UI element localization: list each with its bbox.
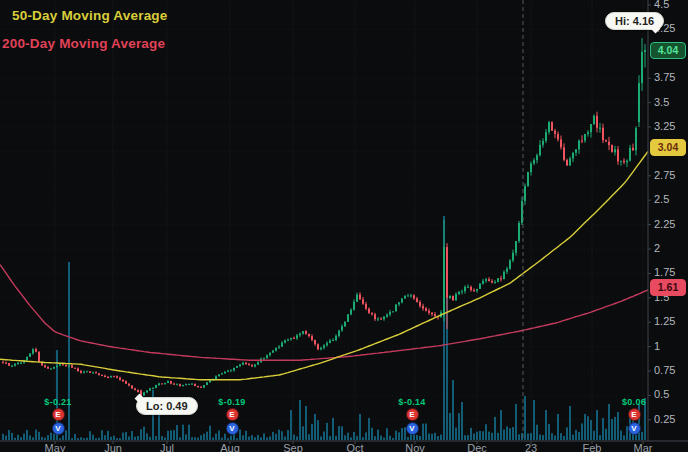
volume-event-icon[interactable]: V	[406, 422, 419, 435]
eps-value-label: $-0.21	[44, 397, 71, 407]
price-axis-tick-label: 2	[654, 242, 688, 255]
candlesticks	[2, 38, 646, 396]
high-price-label: Hi: 4.16	[615, 15, 654, 27]
price-axis-tick-label: 0.75	[654, 364, 688, 377]
eps-value-label: $-0.14	[398, 397, 425, 407]
price-axis-tick-label: 2.25	[654, 218, 688, 231]
ma200-legend-label: 200-Day Moving Average	[2, 36, 165, 51]
high-price-tooltip: Hi: 4.16	[605, 12, 664, 30]
event-marker-group: $-0.19EV	[200, 397, 264, 435]
time-axis-label-may: May	[35, 442, 75, 452]
volume-event-icon[interactable]: V	[628, 422, 641, 435]
volume-event-icon[interactable]: V	[226, 422, 239, 435]
price-axis-tick-label: 3.75	[654, 71, 688, 84]
stock-chart-window: 50-Day Moving Average 200-Day Moving Ave…	[0, 0, 688, 452]
time-axis-label-oct: Oct	[335, 442, 375, 452]
price-axis-tick-label: 1.75	[654, 266, 688, 279]
eps-value-label: $0.06	[622, 397, 646, 407]
price-axis-tick-label: 1.25	[654, 315, 688, 328]
eps-value-label: $-0.19	[218, 397, 245, 407]
ma50-legend-label: 50-Day Moving Average	[12, 8, 168, 23]
volume-bars	[2, 216, 646, 440]
grid-lines	[0, 0, 648, 441]
last-price-badge: 4.04	[650, 42, 686, 59]
earnings-event-icon[interactable]: E	[628, 408, 641, 421]
event-marker-group: $-0.21EV	[26, 397, 90, 435]
time-axis-label-jul: Jul	[147, 442, 187, 452]
time-axis-label-jun: Jun	[93, 442, 133, 452]
event-marker-group: $0.06EV	[602, 397, 666, 435]
earnings-event-icon[interactable]: E	[52, 408, 65, 421]
event-marker-group: $-0.14EV	[380, 397, 444, 435]
time-axis-label-feb: Feb	[572, 442, 612, 452]
price-chart-canvas[interactable]	[0, 0, 688, 452]
low-price-tooltip: Lo: 0.49	[136, 397, 198, 415]
earnings-event-icon[interactable]: E	[406, 408, 419, 421]
time-axis-label-nov: Nov	[395, 442, 435, 452]
earnings-event-icon[interactable]: E	[226, 408, 239, 421]
price-axis-tick-label: 4.5	[654, 0, 688, 11]
low-price-label: Lo: 0.49	[146, 400, 188, 412]
price-axis-tick-label: 3.25	[654, 120, 688, 133]
time-axis-label-aug: Aug	[210, 442, 250, 452]
volume-event-icon[interactable]: V	[52, 422, 65, 435]
price-axis-tick-label: 2.75	[654, 169, 688, 182]
time-axis-label-23: 23	[511, 442, 551, 452]
price-axis-tick-label: 3.5	[654, 96, 688, 109]
ma50-badge: 3.04	[650, 139, 686, 156]
time-axis-label-dec: Dec	[457, 442, 497, 452]
time-axis-label-mar: Mar	[623, 442, 663, 452]
price-axis-tick-label: 2.5	[654, 193, 688, 206]
price-axis-tick-label: 1	[654, 340, 688, 353]
time-axis-label-sep: Sep	[273, 442, 313, 452]
ma200-badge: 1.61	[650, 279, 686, 296]
